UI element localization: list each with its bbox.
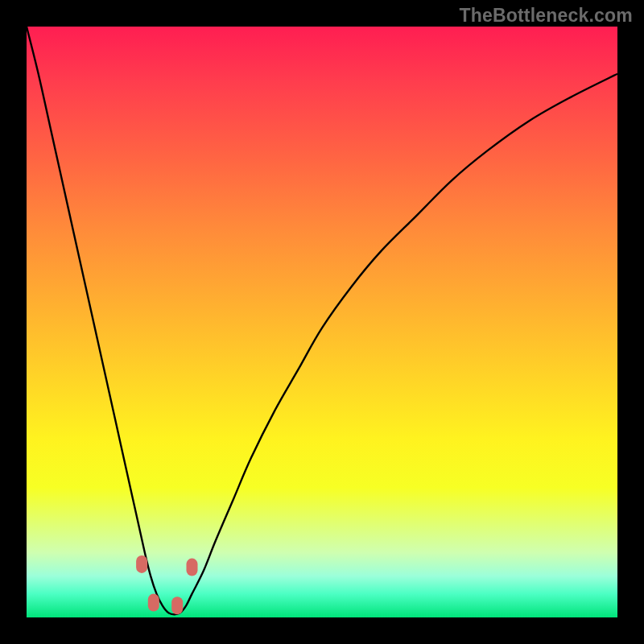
bottleneck-curve bbox=[27, 27, 617, 614]
curve-svg bbox=[27, 27, 617, 617]
curve-marker bbox=[136, 555, 147, 573]
watermark-text: TheBottleneck.com bbox=[459, 5, 633, 27]
curve-marker bbox=[148, 594, 159, 612]
curve-marker bbox=[171, 597, 183, 614]
plot-area bbox=[27, 27, 617, 617]
curve-marker bbox=[187, 559, 198, 576]
chart-frame: TheBottleneck.com bbox=[0, 0, 644, 644]
curve-markers bbox=[136, 555, 197, 614]
